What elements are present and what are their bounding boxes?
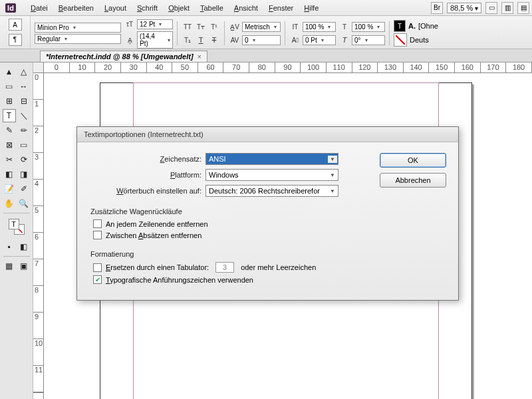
app-logo: Id	[3, 2, 19, 14]
dialog-title: Textimportoptionen (Internetrecht.txt)	[77, 127, 458, 142]
tracking-icon: AV	[229, 34, 241, 46]
charset-label: Zeichensatz:	[89, 155, 205, 163]
menu-fenster[interactable]: Fenster	[263, 2, 299, 14]
document-tab[interactable]: *Internetrecht.indd @ 88 % [Umgewandelt]…	[40, 51, 207, 62]
platform-label: Plattform:	[89, 171, 205, 179]
line-tool[interactable]: ＼	[17, 109, 31, 122]
hscale-icon: T	[338, 21, 350, 33]
baseline-select[interactable]: 0 Pt	[303, 35, 336, 45]
transform-tool[interactable]: ⟳	[17, 153, 31, 166]
leading-select[interactable]: (14,4 Pt)	[137, 31, 173, 49]
preview-view-icon[interactable]: ▣	[17, 259, 31, 273]
remove-eol-checkbox[interactable]	[93, 219, 102, 228]
page-tool[interactable]: ▭	[3, 80, 16, 93]
tracking-select[interactable]: 0	[242, 35, 281, 45]
rect-frame-tool[interactable]: ⊠	[3, 138, 16, 152]
smallcaps-icon[interactable]: Tᴛ	[195, 21, 207, 33]
para-format-toggle[interactable]: ¶	[9, 34, 22, 46]
replace-tab-checkbox[interactable]	[93, 263, 102, 272]
kerning-select[interactable]: Metrisch	[242, 22, 281, 32]
baseline-icon: Aͣ	[289, 34, 301, 46]
eyedropper-tool[interactable]: ✐	[17, 182, 31, 196]
text-import-options-dialog: Textimportoptionen (Internetrecht.txt) Z…	[76, 126, 459, 301]
pen-tool[interactable]: ✎	[3, 124, 16, 137]
gradient-swatch-tool[interactable]: ◧	[3, 168, 16, 181]
content-placer-tool[interactable]: ⊟	[17, 94, 31, 108]
menu-hilfe[interactable]: Hilfe	[299, 2, 324, 14]
strikethrough-icon[interactable]: T	[208, 34, 220, 46]
kerning-icon: A̲V	[229, 21, 241, 33]
leading-icon: A͇	[124, 34, 136, 46]
apply-color-icon[interactable]: ▪	[3, 240, 16, 253]
menu-ansicht[interactable]: Ansicht	[229, 2, 263, 14]
zoom-tool[interactable]: 🔍	[17, 197, 31, 210]
superscript-icon[interactable]: T¹	[208, 21, 220, 33]
hand-tool[interactable]: ✋	[3, 197, 16, 210]
tools-panel: ▲△ ▭↔ ⊞⊟ T＼ ✎✏ ⊠▭ ✂⟳ ◧◨ 📝✐ ✋🔍 T ▪◧ ▦▣	[0, 63, 33, 399]
hscale-select[interactable]: 100 %	[352, 22, 385, 32]
menu-bearbeiten[interactable]: Bearbeiten	[53, 2, 99, 14]
screen-mode-icon[interactable]: ▥	[501, 2, 513, 14]
allcaps-icon[interactable]: TT	[182, 21, 194, 33]
dictionary-dropdown[interactable]: Deutsch: 2006 Rechtschreiberefor▼	[205, 185, 338, 197]
menu-objekt[interactable]: Objekt	[163, 2, 195, 14]
remove-between-para-label: Zwischen Absätzen entfernen	[106, 231, 201, 239]
selection-tool[interactable]: ▲	[3, 65, 16, 78]
bridge-icon[interactable]: Br	[431, 2, 443, 14]
gradient-feather-tool[interactable]: ◨	[17, 168, 31, 181]
horizontal-ruler[interactable]: 0102030405060708090100110120130140150160…	[44, 63, 532, 73]
gap-tool[interactable]: ↔	[17, 80, 31, 93]
pencil-tool[interactable]: ✏	[17, 124, 31, 137]
font-size-select[interactable]: 12 Pt	[137, 19, 173, 29]
extra-returns-section: Zusätzliche Wagenrückläufe	[90, 207, 366, 215]
document-tab-strip: *Internetrecht.indd @ 88 % [Umgewandelt]…	[0, 49, 532, 63]
replace-tab-label-pre: Ersetzen durch einen Tabulator:	[106, 263, 209, 271]
direct-selection-tool[interactable]: △	[17, 65, 31, 78]
stroke-swatch-icon[interactable]	[394, 33, 407, 47]
zoom-dropdown[interactable]: 88,5 % ▾	[447, 3, 481, 13]
char-format-toggle[interactable]: A	[9, 19, 22, 31]
remove-between-para-checkbox[interactable]	[93, 231, 102, 239]
subscript-icon[interactable]: T₁	[182, 34, 194, 46]
type-tool[interactable]: T	[3, 109, 16, 122]
view-mode-icon[interactable]: ▭	[485, 2, 497, 14]
content-tool[interactable]: ⊞	[3, 94, 16, 108]
font-size-icon: τT	[124, 18, 136, 30]
platform-dropdown[interactable]: Windows▼	[205, 169, 338, 181]
underline-icon[interactable]: T	[195, 34, 207, 46]
menu-layout[interactable]: Layout	[99, 2, 132, 14]
replace-tab-label-post: oder mehr Leerzeichen	[241, 263, 316, 271]
control-bar: A ¶ Minion Pro Regular τT12 Pt A͇(14,4 P…	[0, 16, 532, 49]
cancel-button[interactable]: Abbrechen	[380, 173, 446, 188]
vertical-ruler[interactable]: 01234567891011	[33, 73, 44, 399]
typographic-quotes-label: Typografische Anführungszeichen verwende…	[106, 276, 253, 284]
scissors-tool[interactable]: ✂	[3, 153, 16, 166]
skew-icon: T	[338, 34, 350, 46]
fill-stroke-swatch[interactable]: T	[9, 219, 25, 235]
fill-label: [Ohne	[418, 22, 438, 30]
tab-close-icon[interactable]: ×	[198, 53, 201, 61]
lang-label: Deuts	[410, 36, 429, 44]
remove-eol-label: An jedem Zeilenende entfernen	[106, 220, 208, 228]
formatting-section: Formatierung	[90, 250, 366, 258]
skew-select[interactable]: 0°	[352, 35, 385, 45]
note-tool[interactable]: 📝	[3, 182, 16, 196]
fill-swatch-icon[interactable]: T	[394, 20, 406, 32]
arrange-icon[interactable]: ▤	[517, 2, 529, 14]
charset-dropdown[interactable]: ANSI▼	[205, 153, 338, 165]
tab-title: *Internetrecht.indd @ 88 % [Umgewandelt]	[46, 53, 194, 61]
menu-tabelle[interactable]: Tabelle	[195, 2, 229, 14]
replace-tab-count-input[interactable]: 3	[215, 262, 234, 273]
ruler-origin[interactable]	[33, 63, 44, 73]
menu-datei[interactable]: Datei	[25, 2, 53, 14]
menu-schrift[interactable]: Schrift	[132, 2, 163, 14]
font-style-select[interactable]: Regular	[35, 34, 121, 44]
normal-view-icon[interactable]: ▦	[3, 259, 16, 273]
ok-button[interactable]: OK	[380, 153, 446, 168]
rect-tool[interactable]: ▭	[17, 138, 31, 152]
font-family-select[interactable]: Minion Pro	[35, 23, 121, 33]
typographic-quotes-checkbox[interactable]: ✔	[93, 275, 102, 284]
apply-gradient-icon[interactable]: ◧	[17, 240, 31, 253]
dictionary-label: Wörterbuch einstellen auf:	[89, 187, 205, 195]
vscale-select[interactable]: 100 %	[303, 22, 336, 32]
